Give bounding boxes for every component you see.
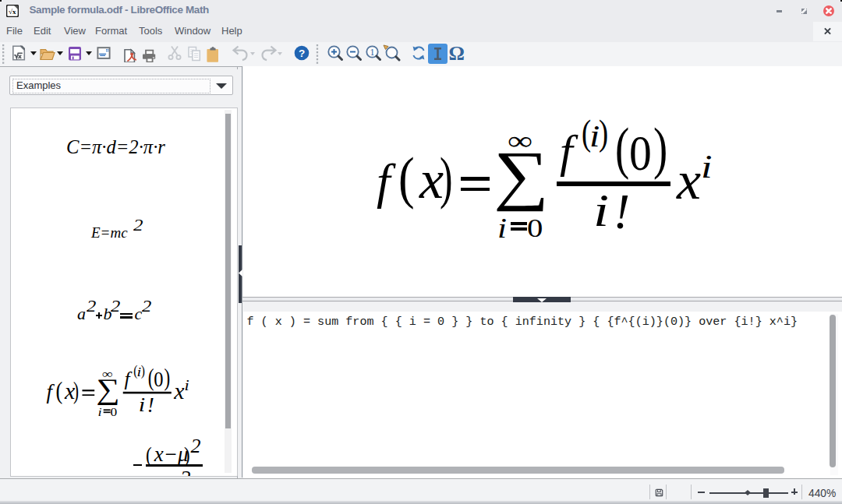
svg-text:1: 1 xyxy=(370,47,375,58)
svg-text:?: ? xyxy=(299,48,305,59)
svg-text:√x: √x xyxy=(9,8,16,16)
